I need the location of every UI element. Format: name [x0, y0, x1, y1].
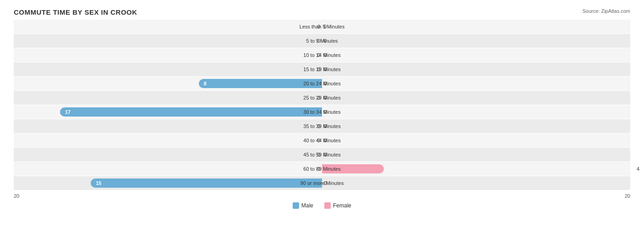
chart-row: 60 to 89 Minutes04 — [14, 162, 630, 176]
male-value-zero: 0 — [317, 67, 320, 72]
row-label: 10 to 14 Minutes — [303, 52, 340, 58]
row-label: 25 to 29 Minutes — [303, 95, 340, 100]
chart-row: 20 to 24 Minutes80 — [14, 77, 630, 90]
chart-row: 10 to 14 Minutes00 — [14, 48, 630, 62]
female-value-zero: 0 — [324, 123, 327, 129]
axis-left-label: 20 — [14, 193, 19, 199]
male-value: 8 — [202, 80, 209, 87]
legend-female: Female — [324, 202, 351, 209]
male-value-zero: 0 — [317, 52, 320, 58]
female-value-zero: 0 — [324, 67, 327, 72]
axis-labels: 20 20 — [14, 193, 630, 199]
female-value-zero: 0 — [324, 24, 327, 29]
legend: Male Female — [14, 202, 630, 209]
female-label: Female — [333, 202, 351, 209]
chart-row: 5 to 9 Minutes00 — [14, 34, 630, 48]
female-value-zero: 0 — [324, 109, 327, 115]
row-label: Less than 5 Minutes — [300, 24, 344, 29]
female-value-zero: 0 — [324, 38, 327, 44]
legend-male: Male — [293, 202, 313, 209]
male-value-zero: 0 — [317, 24, 320, 29]
female-value-zero: 0 — [324, 52, 327, 58]
chart-container: COMMUTE TIME BY SEX IN CROOK Source: Zip… — [0, 0, 644, 240]
male-value: 17 — [63, 109, 73, 115]
source-label: Source: ZipAtlas.com — [582, 8, 630, 14]
female-color-box — [324, 202, 331, 209]
male-bar: 17 — [60, 107, 322, 117]
chart-row: 30 to 34 Minutes170 — [14, 105, 630, 119]
female-value: 4 — [637, 166, 639, 172]
male-value-zero: 0 — [317, 123, 320, 129]
male-value-zero: 0 — [317, 95, 320, 100]
row-label: 5 to 9 Minutes — [306, 38, 338, 44]
chart-row: 90 or more Minutes150 — [14, 176, 630, 190]
chart-row: 35 to 39 Minutes00 — [14, 119, 630, 133]
chart-row: 45 to 59 Minutes00 — [14, 148, 630, 162]
male-value-zero: 0 — [317, 138, 320, 143]
chart-row: 15 to 19 Minutes00 — [14, 62, 630, 76]
row-label: 45 to 59 Minutes — [303, 152, 340, 157]
row-label: 40 to 44 Minutes — [303, 138, 340, 143]
female-value-zero: 0 — [324, 180, 327, 186]
female-value-zero: 0 — [324, 138, 327, 143]
female-bar — [322, 164, 384, 173]
row-label: 15 to 19 Minutes — [303, 67, 340, 72]
male-label: Male — [301, 202, 313, 209]
chart-row: 40 to 44 Minutes00 — [14, 134, 630, 147]
chart-area: Less than 5 Minutes005 to 9 Minutes0010 … — [14, 20, 630, 190]
male-value: 15 — [93, 180, 104, 186]
male-value-zero: 0 — [317, 166, 320, 172]
male-value-zero: 0 — [317, 38, 320, 44]
female-value-zero: 0 — [324, 95, 327, 100]
chart-title: COMMUTE TIME BY SEX IN CROOK — [14, 8, 630, 16]
female-value-zero: 0 — [324, 152, 327, 157]
axis-right-label: 20 — [625, 193, 630, 199]
chart-row: 25 to 29 Minutes00 — [14, 91, 630, 105]
chart-row: Less than 5 Minutes00 — [14, 20, 630, 33]
row-label: 35 to 39 Minutes — [303, 123, 340, 129]
male-bar: 8 — [199, 79, 322, 88]
female-value-zero: 0 — [324, 81, 327, 86]
male-value-zero: 0 — [317, 152, 320, 157]
male-color-box — [293, 202, 299, 209]
male-bar: 15 — [91, 179, 322, 188]
